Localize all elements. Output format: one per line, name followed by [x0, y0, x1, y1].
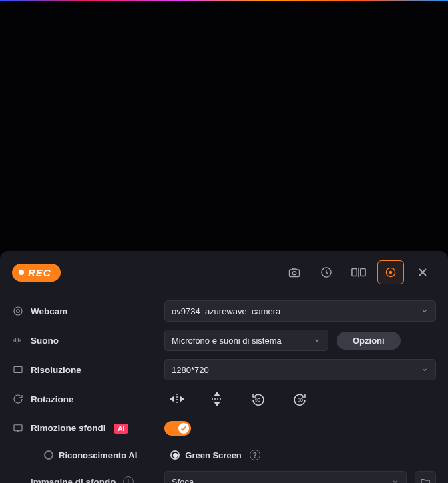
resolution-label: Risoluzione [31, 365, 164, 375]
resolution-select[interactable]: 1280*720 [164, 359, 436, 380]
row-webcam: Webcam ov9734_azurewave_camera [12, 296, 436, 326]
bg-removal-label: Rimozione sfondi AI [31, 423, 164, 434]
help-bg-image-icon[interactable]: i [123, 476, 134, 483]
sound-label: Suono [31, 336, 164, 346]
row-bg-image: Immagine di sfondo i Sfoca [12, 467, 436, 483]
radio-ai-recognition[interactable]: Riconoscimento AI [44, 450, 137, 460]
flip-horizontal-button[interactable] [170, 392, 184, 406]
record-button[interactable]: REC [12, 264, 61, 282]
bg-removal-icon [12, 422, 31, 434]
webcam-label: Webcam [31, 306, 164, 316]
settings-panel: REC Webcam [0, 251, 448, 483]
radio-circle-icon [170, 450, 180, 460]
close-panel-button[interactable] [409, 260, 436, 284]
radio-circle-icon [44, 450, 53, 460]
svg-point-11 [17, 310, 20, 313]
svg-rect-17 [14, 425, 22, 431]
row-resolution: Risoluzione 1280*720 [12, 355, 436, 384]
bg-image-select-value: Sfoca [172, 477, 194, 484]
bg-image-select[interactable]: Sfoca [164, 471, 407, 483]
radio-green-screen[interactable]: Green Screen ? [170, 450, 260, 460]
header-tabs [281, 260, 436, 284]
svg-point-1 [292, 272, 296, 275]
svg-text:90: 90 [298, 398, 303, 402]
bg-image-label-wrap: Immagine di sfondo i [31, 476, 164, 483]
panel-header: REC [0, 251, 448, 292]
row-bg-removal: Rimozione sfondi AI [12, 414, 436, 443]
layout-tab-button[interactable] [345, 260, 372, 284]
webcam-settings-tab-button[interactable] [377, 260, 404, 284]
svg-point-10 [14, 307, 22, 315]
help-green-screen-icon[interactable]: ? [250, 450, 260, 460]
resolution-select-value: 1280*720 [172, 365, 209, 375]
bg-removal-label-text: Rimozione sfondi [31, 423, 106, 433]
webcam-icon [12, 305, 31, 317]
record-label: REC [28, 267, 51, 278]
webcam-preview [0, 1, 448, 252]
sound-options-label: Opzioni [353, 336, 385, 346]
record-indicator-dot [19, 270, 24, 275]
svg-rect-12 [14, 367, 22, 373]
bg-removal-toggle[interactable] [164, 421, 191, 436]
rotation-icon [12, 393, 31, 405]
sound-icon [12, 334, 31, 346]
browse-bg-image-button[interactable] [415, 471, 436, 483]
rotation-label: Rotazione [31, 394, 164, 404]
rotate-left-90-button[interactable]: 90 [250, 392, 266, 406]
svg-point-7 [389, 271, 391, 273]
rotate-right-90-button[interactable]: 90 [292, 392, 308, 406]
sound-select-value: Microfono e suoni di sistema [172, 336, 282, 346]
svg-rect-4 [361, 269, 365, 276]
bg-image-label: Immagine di sfondo [31, 477, 116, 484]
radio-ai-label: Riconoscimento AI [59, 450, 137, 460]
svg-rect-3 [352, 269, 357, 276]
sound-options-button[interactable]: Opzioni [337, 332, 401, 350]
settings-scroll[interactable]: Webcam ov9734_azurewave_camera Suono Mic… [0, 292, 448, 483]
toggle-knob [178, 423, 189, 434]
flip-vertical-button[interactable] [211, 392, 223, 406]
radio-green-label: Green Screen [185, 450, 242, 460]
camera-tab-button[interactable] [281, 260, 308, 284]
ai-badge: AI [114, 424, 128, 434]
svg-rect-0 [290, 270, 300, 277]
resolution-icon [12, 364, 31, 376]
svg-text:90: 90 [255, 398, 260, 402]
webcam-select[interactable]: ov9734_azurewave_camera [164, 300, 436, 322]
row-sound: Suono Microfono e suoni di sistema Opzio… [12, 326, 436, 355]
history-tab-button[interactable] [313, 260, 340, 284]
sound-select[interactable]: Microfono e suoni di sistema [164, 330, 328, 351]
row-rotation: Rotazione 90 90 [12, 384, 436, 414]
bg-removal-options: Riconoscimento AI Green Screen ? [12, 443, 436, 467]
webcam-select-value: ov9734_azurewave_camera [172, 306, 280, 316]
